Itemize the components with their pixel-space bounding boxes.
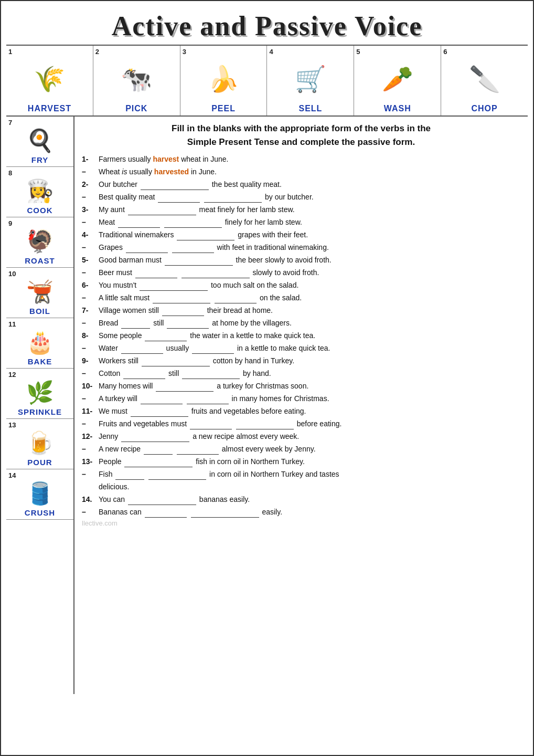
ex-text: Wheat is usually harvested in June. <box>99 166 520 177</box>
sidebar-image: 👩‍🍳 <box>26 178 54 204</box>
ex-text: Our butcher the best quality meat. <box>99 179 520 190</box>
blank <box>191 510 259 518</box>
sidebar-cell-crush: 14 🛢️ CRUSH <box>6 469 73 520</box>
cell-image: 🍌 <box>181 56 266 103</box>
blank <box>215 296 257 303</box>
ex-text: Many homes will a turkey for Christmas s… <box>99 381 520 392</box>
exercise-item: 6- You mustn't too much salt on the sala… <box>82 280 520 291</box>
ex-num: – <box>82 192 99 203</box>
ex-num: 3- <box>82 204 99 215</box>
ex-num: – <box>82 166 99 177</box>
keyword: harvest <box>153 155 179 163</box>
sidebar-image: 🎂 <box>26 329 54 355</box>
ex-text: Cotton still by hand. <box>99 368 520 379</box>
cell-label: PICK <box>125 104 147 113</box>
ex-num: – <box>82 368 99 379</box>
exercise-item: 13- People fish in corn oil in Northern … <box>82 456 520 467</box>
sidebar-label: POUR <box>27 458 52 467</box>
ex-text: Jenny a new recipe almost every week. <box>99 431 520 442</box>
blank <box>177 233 234 240</box>
ex-text: Workers still cotton by hand in Turkey. <box>99 355 520 366</box>
top-cell-pick: 2 🐄 PICK <box>93 46 180 116</box>
ex-num: 11- <box>82 406 99 417</box>
exercise-passive-item: – A little salt must on the salad. <box>82 292 520 303</box>
exercise-item: 1- Farmers usually harvest wheat in June… <box>82 154 520 165</box>
ex-num: – <box>82 469 99 480</box>
keyword: harvested <box>154 167 189 176</box>
exercise-item: 9- Workers still cotton by hand in Turke… <box>82 355 520 366</box>
ex-text: People fish in corn oil in Northern Turk… <box>99 456 520 467</box>
ex-text: Some people the water in a kettle to mak… <box>99 330 520 341</box>
exercise-item: 12- Jenny a new recipe almost every week… <box>82 431 520 442</box>
exercise-passive-item: – Fruits and vegetables must before eati… <box>82 418 520 429</box>
cell-image: 🐄 <box>94 56 179 103</box>
ex-text: Fruits and vegetables must before eating… <box>99 418 520 429</box>
sidebar-label: FRY <box>31 155 48 164</box>
ex-text: Bananas can easily. <box>99 507 520 518</box>
blank <box>123 372 165 379</box>
exercise-passive-item: – Grapes with feet in traditional winema… <box>82 242 520 253</box>
blank <box>128 498 196 505</box>
top-cell-chop: 6 🔪 CHOP <box>441 46 528 116</box>
exercise-passive-item: – Fish in corn oil in Northern Turkey an… <box>82 469 520 480</box>
ex-text: You can bananas easily. <box>99 494 520 505</box>
sidebar: 7 🍳 FRY 8 👩‍🍳 COOK 9 🦃 ROAST 10 🫕 BOIL 1… <box>6 117 74 694</box>
ex-num: 13- <box>82 456 99 467</box>
blank <box>182 372 240 379</box>
sidebar-number: 14 <box>7 471 16 479</box>
cell-number: 3 <box>181 48 186 56</box>
ex-num: 7- <box>82 305 99 316</box>
blank <box>164 220 222 228</box>
sidebar-image: 🍺 <box>26 430 54 456</box>
blank <box>153 296 210 303</box>
blank <box>145 510 187 518</box>
page-title: Active and Passive Voice <box>6 6 528 46</box>
ex-num: – <box>82 242 99 253</box>
blank <box>121 321 150 329</box>
blank <box>141 183 209 190</box>
sidebar-image: 🛢️ <box>26 480 54 506</box>
watermark: llective.com <box>82 519 520 527</box>
exercise-passive-item: – Wheat is usually harvested in June. <box>82 166 520 177</box>
ex-num: – <box>82 393 99 404</box>
sidebar-label: COOK <box>27 206 53 215</box>
ex-text: You mustn't too much salt on the salad. <box>99 280 520 291</box>
sidebar-number: 8 <box>7 169 12 177</box>
exercise-area: Fill in the blanks with the appropriate … <box>74 117 528 694</box>
exercise-item: 8- Some people the water in a kettle to … <box>82 330 520 341</box>
blank <box>236 422 294 429</box>
ex-text: delicious. <box>99 481 520 492</box>
sidebar-number: 13 <box>7 421 16 429</box>
cell-label: HARVEST <box>28 104 71 113</box>
blank <box>141 397 183 404</box>
sidebar-cell-boil: 10 🫕 BOIL <box>6 268 73 318</box>
blank <box>181 271 250 278</box>
cell-number: 2 <box>94 48 99 56</box>
ex-text: We must fruits and vegetables before eat… <box>99 406 520 417</box>
blank <box>115 472 144 480</box>
sidebar-label: CRUSH <box>25 508 55 517</box>
ex-num: – <box>82 343 99 354</box>
ex-text: My aunt meat finely for her lamb stew. <box>99 204 520 215</box>
cell-label: PEEL <box>211 104 236 113</box>
blank <box>165 258 233 266</box>
blank <box>124 460 193 467</box>
exercise-title: Fill in the blanks with the appropriate … <box>82 122 520 149</box>
exercise-item: 7- Village women still their bread at ho… <box>82 305 520 316</box>
exercise-item: 10- Many homes will a turkey for Christm… <box>82 381 520 392</box>
blank <box>131 410 188 417</box>
sidebar-label: BOIL <box>29 307 50 316</box>
blank <box>140 284 208 291</box>
blank <box>167 321 209 329</box>
ex-num: – <box>82 507 99 518</box>
ex-text: A turkey will in many homes for Christma… <box>99 393 520 404</box>
exercise-passive-item: – Beer must slowly to avoid froth. <box>82 267 520 278</box>
word-is: is <box>122 167 127 176</box>
exercise-passive-item: – Bread still at home by the villagers. <box>82 318 520 329</box>
blank <box>190 422 232 429</box>
cell-number: 6 <box>442 48 447 56</box>
top-cell-wash: 5 🥕 WASH <box>354 46 441 116</box>
ex-text: Grapes with feet in traditional winemaki… <box>99 242 520 253</box>
sidebar-label: ROAST <box>25 256 55 265</box>
ex-text: Beer must slowly to avoid froth. <box>99 267 520 278</box>
